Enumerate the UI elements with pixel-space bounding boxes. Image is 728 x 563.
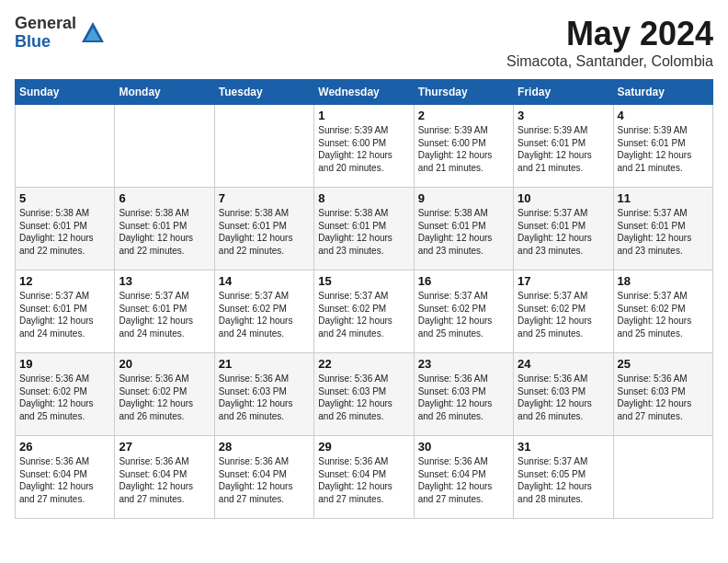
calendar-cell: 16Sunrise: 5:37 AM Sunset: 6:02 PM Dayli…: [414, 270, 513, 353]
day-number: 12: [19, 274, 110, 288]
day-number: 31: [518, 440, 609, 454]
calendar-cell: 18Sunrise: 5:37 AM Sunset: 6:02 PM Dayli…: [613, 270, 712, 353]
weekday-header: Saturday: [613, 80, 712, 105]
calendar-cell: 26Sunrise: 5:36 AM Sunset: 6:04 PM Dayli…: [16, 436, 115, 519]
day-info: Sunrise: 5:36 AM Sunset: 6:03 PM Dayligh…: [318, 373, 409, 422]
day-number: 13: [119, 274, 210, 288]
logo-blue: Blue: [15, 33, 76, 52]
day-number: 27: [119, 440, 210, 454]
day-number: 21: [219, 357, 310, 371]
day-info: Sunrise: 5:38 AM Sunset: 6:01 PM Dayligh…: [318, 207, 409, 257]
calendar-cell: 7Sunrise: 5:38 AM Sunset: 6:01 PM Daylig…: [214, 188, 313, 270]
weekday-header: Friday: [514, 80, 613, 105]
calendar-cell: 24Sunrise: 5:36 AM Sunset: 6:03 PM Dayli…: [514, 353, 613, 436]
month-title: May 2024: [506, 15, 713, 53]
day-info: Sunrise: 5:37 AM Sunset: 6:01 PM Dayligh…: [19, 290, 110, 339]
day-number: 22: [318, 357, 409, 371]
day-info: Sunrise: 5:39 AM Sunset: 6:01 PM Dayligh…: [518, 124, 609, 174]
day-number: 10: [518, 191, 609, 205]
day-info: Sunrise: 5:36 AM Sunset: 6:02 PM Dayligh…: [19, 373, 110, 422]
day-info: Sunrise: 5:37 AM Sunset: 6:02 PM Dayligh…: [318, 290, 409, 339]
day-number: 20: [119, 357, 210, 371]
weekday-header: Thursday: [414, 80, 513, 105]
calendar-cell: 20Sunrise: 5:36 AM Sunset: 6:02 PM Dayli…: [115, 353, 214, 436]
title-section: May 2024 Simacota, Santander, Colombia: [506, 15, 713, 70]
page-header: General Blue May 2024 Simacota, Santande…: [15, 15, 713, 70]
day-number: 15: [318, 274, 409, 288]
calendar-cell: 25Sunrise: 5:36 AM Sunset: 6:03 PM Dayli…: [613, 353, 712, 436]
weekday-header-row: SundayMondayTuesdayWednesdayThursdayFrid…: [16, 80, 713, 105]
day-number: 6: [119, 191, 210, 205]
day-number: 28: [219, 440, 310, 454]
day-number: 16: [418, 274, 509, 288]
calendar-cell: 4Sunrise: 5:39 AM Sunset: 6:01 PM Daylig…: [613, 105, 712, 188]
calendar-cell: 1Sunrise: 5:39 AM Sunset: 6:00 PM Daylig…: [314, 105, 414, 188]
day-info: Sunrise: 5:38 AM Sunset: 6:01 PM Dayligh…: [119, 207, 210, 257]
day-info: Sunrise: 5:37 AM Sunset: 6:02 PM Dayligh…: [518, 290, 609, 339]
calendar-cell: 8Sunrise: 5:38 AM Sunset: 6:01 PM Daylig…: [314, 188, 414, 270]
calendar-cell: 28Sunrise: 5:36 AM Sunset: 6:04 PM Dayli…: [214, 436, 313, 519]
day-info: Sunrise: 5:36 AM Sunset: 6:04 PM Dayligh…: [19, 455, 110, 505]
day-info: Sunrise: 5:37 AM Sunset: 6:01 PM Dayligh…: [518, 207, 609, 257]
day-number: 25: [618, 357, 709, 371]
day-number: 9: [418, 191, 509, 205]
day-number: 18: [618, 274, 709, 288]
day-info: Sunrise: 5:39 AM Sunset: 6:00 PM Dayligh…: [418, 124, 509, 174]
calendar-week-row: 26Sunrise: 5:36 AM Sunset: 6:04 PM Dayli…: [16, 436, 713, 519]
calendar-cell: 11Sunrise: 5:37 AM Sunset: 6:01 PM Dayli…: [613, 188, 712, 270]
day-info: Sunrise: 5:37 AM Sunset: 6:02 PM Dayligh…: [618, 290, 709, 339]
calendar-week-row: 12Sunrise: 5:37 AM Sunset: 6:01 PM Dayli…: [16, 270, 713, 353]
weekday-header: Wednesday: [314, 80, 414, 105]
calendar-cell: 15Sunrise: 5:37 AM Sunset: 6:02 PM Dayli…: [314, 270, 414, 353]
day-info: Sunrise: 5:37 AM Sunset: 6:02 PM Dayligh…: [219, 290, 310, 339]
calendar-table: SundayMondayTuesdayWednesdayThursdayFrid…: [15, 79, 713, 519]
day-info: Sunrise: 5:36 AM Sunset: 6:04 PM Dayligh…: [119, 455, 210, 505]
day-number: 7: [219, 191, 310, 205]
day-info: Sunrise: 5:39 AM Sunset: 6:01 PM Dayligh…: [618, 124, 709, 174]
day-info: Sunrise: 5:37 AM Sunset: 6:01 PM Dayligh…: [119, 290, 210, 339]
day-info: Sunrise: 5:36 AM Sunset: 6:03 PM Dayligh…: [618, 373, 709, 422]
day-number: 23: [418, 357, 509, 371]
day-number: 1: [318, 109, 409, 122]
calendar-cell: 27Sunrise: 5:36 AM Sunset: 6:04 PM Dayli…: [115, 436, 214, 519]
calendar-cell: 2Sunrise: 5:39 AM Sunset: 6:00 PM Daylig…: [414, 105, 513, 188]
calendar-cell: 5Sunrise: 5:38 AM Sunset: 6:01 PM Daylig…: [16, 188, 115, 270]
day-info: Sunrise: 5:36 AM Sunset: 6:03 PM Dayligh…: [418, 373, 509, 422]
day-number: 5: [19, 191, 110, 205]
calendar-cell: 30Sunrise: 5:36 AM Sunset: 6:04 PM Dayli…: [414, 436, 513, 519]
calendar-cell: 23Sunrise: 5:36 AM Sunset: 6:03 PM Dayli…: [414, 353, 513, 436]
location: Simacota, Santander, Colombia: [506, 53, 713, 70]
calendar-cell: [16, 105, 115, 188]
calendar-cell: 10Sunrise: 5:37 AM Sunset: 6:01 PM Dayli…: [514, 188, 613, 270]
calendar-cell: 19Sunrise: 5:36 AM Sunset: 6:02 PM Dayli…: [16, 353, 115, 436]
calendar-cell: [214, 105, 313, 188]
logo: General Blue: [15, 15, 106, 52]
weekday-header: Tuesday: [214, 80, 313, 105]
day-number: 26: [19, 440, 110, 454]
logo-text: General Blue: [15, 15, 76, 52]
day-number: 2: [418, 109, 509, 122]
calendar-cell: 9Sunrise: 5:38 AM Sunset: 6:01 PM Daylig…: [414, 188, 513, 270]
calendar-cell: 14Sunrise: 5:37 AM Sunset: 6:02 PM Dayli…: [214, 270, 313, 353]
day-number: 14: [219, 274, 310, 288]
day-info: Sunrise: 5:38 AM Sunset: 6:01 PM Dayligh…: [219, 207, 310, 257]
calendar-cell: 17Sunrise: 5:37 AM Sunset: 6:02 PM Dayli…: [514, 270, 613, 353]
calendar-cell: 29Sunrise: 5:36 AM Sunset: 6:04 PM Dayli…: [314, 436, 414, 519]
calendar-cell: 3Sunrise: 5:39 AM Sunset: 6:01 PM Daylig…: [514, 105, 613, 188]
day-info: Sunrise: 5:36 AM Sunset: 6:04 PM Dayligh…: [219, 455, 310, 505]
day-info: Sunrise: 5:38 AM Sunset: 6:01 PM Dayligh…: [19, 207, 110, 257]
calendar-week-row: 1Sunrise: 5:39 AM Sunset: 6:00 PM Daylig…: [16, 105, 713, 188]
day-number: 8: [318, 191, 409, 205]
day-number: 24: [518, 357, 609, 371]
day-info: Sunrise: 5:36 AM Sunset: 6:04 PM Dayligh…: [318, 455, 409, 505]
calendar-week-row: 5Sunrise: 5:38 AM Sunset: 6:01 PM Daylig…: [16, 188, 713, 270]
day-info: Sunrise: 5:36 AM Sunset: 6:02 PM Dayligh…: [119, 373, 210, 422]
calendar-cell: [613, 436, 712, 519]
day-number: 4: [618, 109, 709, 122]
calendar-cell: 6Sunrise: 5:38 AM Sunset: 6:01 PM Daylig…: [115, 188, 214, 270]
day-info: Sunrise: 5:39 AM Sunset: 6:00 PM Dayligh…: [318, 124, 409, 174]
logo-icon: [80, 20, 106, 46]
day-info: Sunrise: 5:36 AM Sunset: 6:03 PM Dayligh…: [219, 373, 310, 422]
calendar-cell: 13Sunrise: 5:37 AM Sunset: 6:01 PM Dayli…: [115, 270, 214, 353]
day-info: Sunrise: 5:37 AM Sunset: 6:01 PM Dayligh…: [618, 207, 709, 257]
